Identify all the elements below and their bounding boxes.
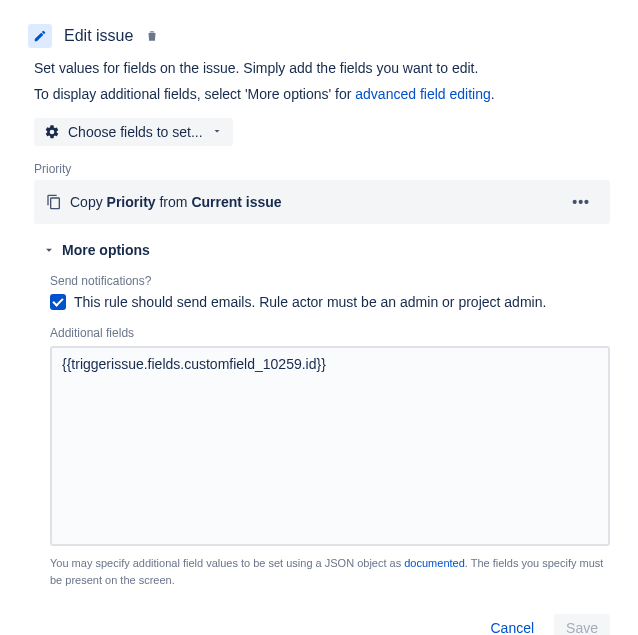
chevron-down-icon [42, 243, 56, 257]
additional-fields-label: Additional fields [50, 326, 610, 340]
save-button[interactable]: Save [554, 614, 610, 635]
more-options-toggle[interactable]: More options [42, 242, 610, 258]
send-notifications-text[interactable]: This rule should send emails. Rule actor… [74, 294, 546, 310]
additional-fields-help: You may specify additional field values … [50, 555, 610, 588]
edit-icon [28, 24, 52, 48]
copy-icon [46, 194, 62, 210]
gear-icon [44, 124, 60, 140]
priority-label: Priority [34, 162, 610, 176]
delete-icon[interactable] [145, 29, 159, 43]
description-text: Set values for fields on the issue. Simp… [34, 60, 610, 76]
choose-fields-label: Choose fields to set... [68, 124, 203, 140]
advanced-field-editing-link[interactable]: advanced field editing [355, 86, 490, 102]
more-actions-icon[interactable]: ••• [564, 190, 598, 214]
priority-copy-text: Copy Priority from Current issue [46, 194, 282, 210]
chevron-down-icon [211, 124, 223, 140]
send-notifications-checkbox[interactable] [50, 294, 66, 310]
send-notifications-label: Send notifications? [50, 274, 610, 288]
documented-link[interactable]: documented [404, 557, 465, 569]
additional-fields-input[interactable] [50, 346, 610, 546]
cancel-button[interactable]: Cancel [478, 614, 546, 635]
choose-fields-button[interactable]: Choose fields to set... [34, 118, 233, 146]
page-title: Edit issue [64, 27, 133, 45]
priority-row: Copy Priority from Current issue ••• [34, 180, 610, 224]
sub-description: To display additional fields, select 'Mo… [34, 86, 610, 102]
more-options-label: More options [62, 242, 150, 258]
